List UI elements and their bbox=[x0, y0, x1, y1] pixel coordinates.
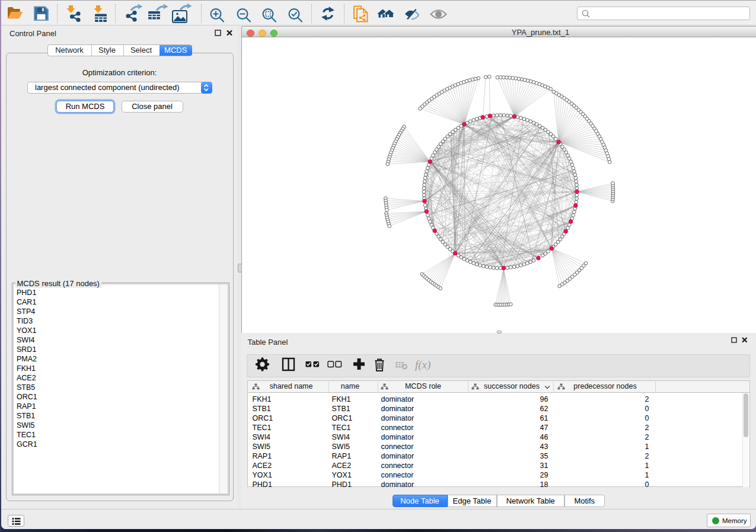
svg-text:f(x): f(x) bbox=[415, 358, 430, 371]
